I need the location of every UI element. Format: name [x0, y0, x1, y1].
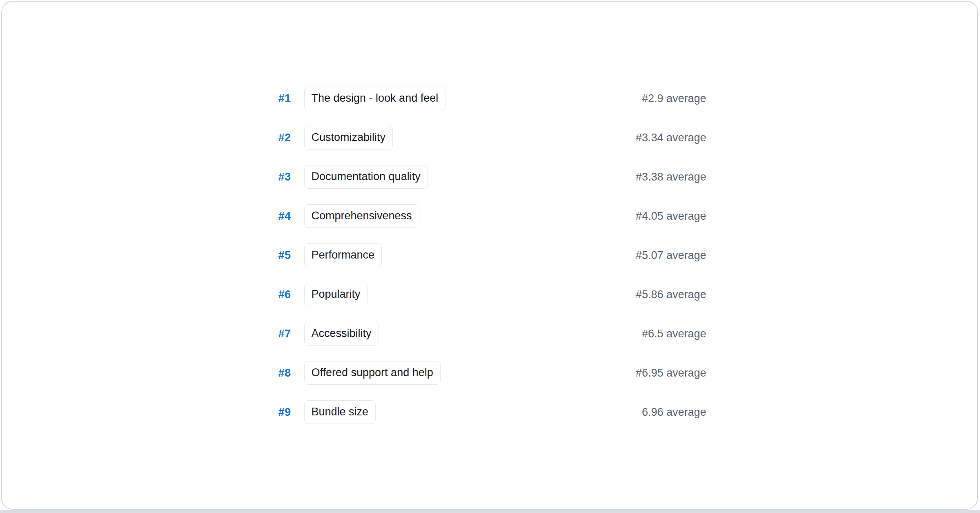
- average-score: #3.38 average: [636, 171, 706, 183]
- ranking-row: #3 Documentation quality #3.38 average: [273, 157, 706, 196]
- average-score: #6.95 average: [636, 367, 706, 379]
- ranking-option-label: Documentation quality: [312, 170, 421, 183]
- ranking-row: #2 Customizability #3.34 average: [273, 118, 706, 157]
- rank-badge: #8: [273, 367, 291, 379]
- average-score: #2.9 average: [642, 92, 706, 105]
- rank-badge: #5: [273, 249, 291, 262]
- ranking-option-label: Customizability: [312, 131, 386, 143]
- rank-badge: #3: [273, 171, 291, 183]
- page-bottom-edge: [0, 510, 980, 513]
- average-score: #5.86 average: [636, 288, 706, 301]
- ranking-option-label: Popularity: [312, 288, 361, 300]
- ranking-row: #8 Offered support and help #6.95 averag…: [273, 353, 706, 393]
- ranking-option-card[interactable]: Performance: [304, 243, 382, 267]
- ranking-option-card[interactable]: Documentation quality: [304, 165, 428, 189]
- average-score: #4.05 average: [636, 210, 706, 223]
- ranking-row: #1 The design - look and feel #2.9 avera…: [273, 79, 706, 118]
- ranking-option-card[interactable]: The design - look and feel: [304, 87, 446, 110]
- ranking-results-card: #1 The design - look and feel #2.9 avera…: [1, 1, 978, 510]
- average-score: #6.5 average: [642, 328, 706, 340]
- ranking-row: #4 Comprehensiveness #4.05 average: [273, 196, 706, 236]
- ranking-option-label: Comprehensiveness: [312, 210, 412, 222]
- rank-badge: #6: [273, 288, 291, 301]
- ranking-option-label: Bundle size: [312, 406, 369, 418]
- rank-badge: #2: [273, 132, 291, 144]
- ranking-option-card[interactable]: Popularity: [304, 283, 368, 306]
- ranking-option-label: Performance: [312, 249, 375, 261]
- average-score: #3.34 average: [636, 132, 706, 144]
- average-score: 6.96 average: [642, 406, 706, 419]
- ranking-row: #5 Performance #5.07 average: [273, 236, 706, 275]
- ranking-row: #7 Accessibility #6.5 average: [273, 314, 706, 353]
- rank-badge: #1: [273, 92, 291, 105]
- ranking-option-label: Offered support and help: [312, 366, 433, 379]
- rank-badge: #7: [273, 328, 291, 340]
- rank-badge: #4: [273, 210, 291, 223]
- ranking-option-label: Accessibility: [312, 327, 372, 339]
- ranking-option-card[interactable]: Offered support and help: [304, 361, 441, 385]
- ranking-option-card[interactable]: Customizability: [304, 126, 393, 149]
- average-score: #5.07 average: [636, 249, 706, 262]
- ranking-option-label: The design - look and feel: [312, 92, 439, 104]
- ranking-option-card[interactable]: Comprehensiveness: [304, 204, 419, 228]
- rank-badge: #9: [273, 406, 291, 419]
- ranking-option-card[interactable]: Accessibility: [304, 322, 379, 346]
- ranking-list: #1 The design - look and feel #2.9 avera…: [273, 79, 706, 432]
- ranking-option-card[interactable]: Bundle size: [304, 400, 376, 424]
- ranking-row: #6 Popularity #5.86 average: [273, 275, 706, 314]
- ranking-row: #9 Bundle size 6.96 average: [273, 393, 706, 432]
